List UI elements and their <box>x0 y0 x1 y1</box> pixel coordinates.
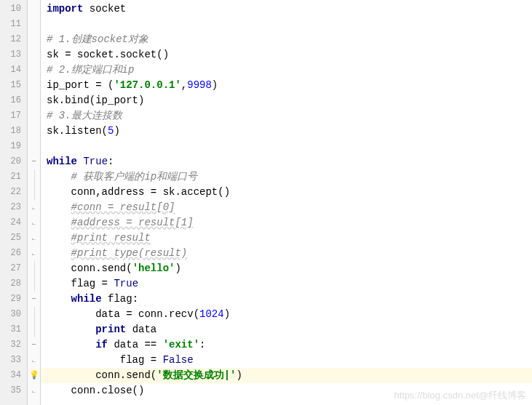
line-number-gutter: 1011121314151617181920212223242526272829… <box>0 0 28 405</box>
fold-marker <box>28 108 40 124</box>
code-line[interactable]: sk.listen(5) <box>47 124 532 139</box>
code-editor[interactable]: 1011121314151617181920212223242526272829… <box>0 0 532 405</box>
code-line[interactable]: # 2.绑定端口和ip <box>47 63 532 78</box>
line-number: 14 <box>0 63 21 78</box>
fold-marker <box>28 353 40 368</box>
line-number: 23 <box>0 200 21 215</box>
fold-marker <box>28 322 40 337</box>
code-line[interactable]: conn.send('hello') <box>47 261 532 276</box>
line-number: 35 <box>0 383 21 398</box>
fold-marker <box>28 17 40 32</box>
code-line[interactable]: while True: <box>47 154 532 169</box>
code-line[interactable]: print data <box>47 322 532 337</box>
line-number: 11 <box>0 17 21 32</box>
code-line[interactable]: conn,address = sk.accept() <box>47 185 532 200</box>
fold-marker <box>28 215 40 230</box>
code-line[interactable] <box>47 139 532 154</box>
line-number: 26 <box>0 246 21 261</box>
code-line[interactable] <box>47 17 532 32</box>
line-number: 32 <box>0 337 21 353</box>
fold-column[interactable] <box>28 0 41 405</box>
line-number: 15 <box>0 78 21 93</box>
fold-marker <box>28 185 40 200</box>
fold-marker <box>28 169 40 185</box>
code-line[interactable]: #print type(result) <box>47 246 532 261</box>
line-number: 10 <box>0 1 21 17</box>
line-number: 31 <box>0 322 21 337</box>
fold-marker <box>28 246 40 261</box>
line-number: 34 <box>0 368 21 383</box>
fold-marker[interactable] <box>28 292 40 307</box>
line-number: 12 <box>0 32 21 47</box>
line-number: 19 <box>0 139 21 154</box>
fold-marker <box>28 383 40 398</box>
line-number: 21 <box>0 169 21 185</box>
line-number: 18 <box>0 124 21 139</box>
code-line[interactable]: ip_port = ('127.0.0.1',9998) <box>47 78 532 93</box>
line-number: 33 <box>0 353 21 368</box>
fold-marker <box>28 307 40 322</box>
line-number: 28 <box>0 276 21 292</box>
fold-marker <box>28 261 40 276</box>
line-number: 16 <box>0 93 21 108</box>
code-line[interactable]: flag = True <box>47 276 532 292</box>
fold-marker[interactable] <box>28 154 40 169</box>
fold-marker <box>28 200 40 215</box>
code-line[interactable]: conn.send('数据交换成功|') <box>41 368 532 383</box>
line-number: 29 <box>0 292 21 307</box>
code-line[interactable]: data = conn.recv(1024) <box>47 307 532 322</box>
code-line[interactable]: #print result <box>47 230 532 246</box>
code-area[interactable]: import socket# 1.创建socket对象sk = socket.s… <box>41 0 532 405</box>
line-number: 30 <box>0 307 21 322</box>
fold-marker <box>28 139 40 154</box>
line-number: 24 <box>0 215 21 230</box>
code-line[interactable]: if data == 'exit': <box>47 337 532 353</box>
fold-marker <box>28 47 40 63</box>
line-number: 27 <box>0 261 21 276</box>
fold-marker <box>28 63 40 78</box>
code-line[interactable]: import socket <box>47 1 532 17</box>
code-line[interactable]: while flag: <box>47 292 532 307</box>
code-line[interactable]: # 获取客户端的ip和端口号 <box>47 169 532 185</box>
code-line[interactable]: # 3.最大连接数 <box>47 108 532 124</box>
fold-marker[interactable] <box>28 337 40 353</box>
line-number: 20 <box>0 154 21 169</box>
fold-marker <box>28 78 40 93</box>
line-number: 17 <box>0 108 21 124</box>
fold-marker <box>28 230 40 246</box>
fold-marker <box>28 32 40 47</box>
code-line[interactable]: #conn = result[0] <box>47 200 532 215</box>
code-line[interactable]: conn.close() <box>47 383 532 398</box>
code-line[interactable]: sk = socket.socket() <box>47 47 532 63</box>
line-number: 22 <box>0 185 21 200</box>
code-line[interactable]: flag = False <box>47 353 532 368</box>
fold-marker <box>28 93 40 108</box>
code-line[interactable]: sk.bind(ip_port) <box>47 93 532 108</box>
fold-marker <box>28 368 40 383</box>
line-number: 25 <box>0 230 21 246</box>
code-line[interactable]: #address = result[1] <box>47 215 532 230</box>
fold-marker <box>28 124 40 139</box>
line-number: 13 <box>0 47 21 63</box>
fold-marker <box>28 1 40 17</box>
fold-marker <box>28 276 40 292</box>
code-line[interactable]: # 1.创建socket对象 <box>47 32 532 47</box>
